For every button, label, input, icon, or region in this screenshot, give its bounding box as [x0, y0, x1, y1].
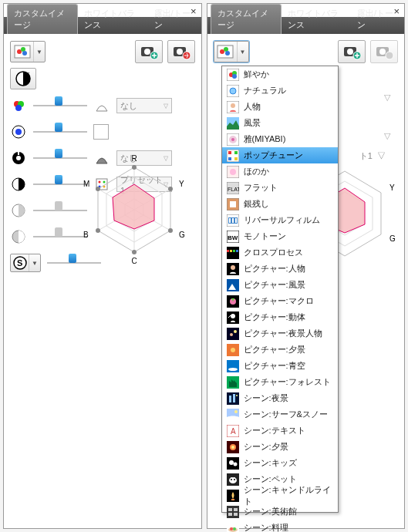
menu-item[interactable]: ピクチャー:風景 — [222, 277, 338, 293]
shadow-icon — [10, 228, 27, 245]
menu-item-icon — [227, 311, 239, 324]
tab-white-balance[interactable]: ホワイトバランス — [282, 5, 351, 34]
menu-item[interactable]: 銀残し — [222, 196, 338, 212]
menu-item-icon — [227, 344, 239, 356]
menu-item[interactable]: クロスプロセス — [222, 244, 338, 261]
menu-item-label: 風景 — [244, 117, 261, 129]
svg-point-144 — [233, 527, 236, 530]
menu-item-label: シーン:夕景 — [244, 441, 288, 453]
menu-item-label: ピクチャー:フォレスト — [244, 376, 331, 388]
svg-point-39 — [168, 187, 173, 191]
tab-custom-image[interactable]: カスタムイメージ — [211, 4, 282, 34]
color-swatch[interactable] — [93, 124, 109, 140]
svg-text:G: G — [389, 234, 396, 243]
svg-point-38 — [132, 165, 137, 170]
menu-item-icon — [227, 198, 239, 210]
menu-item[interactable]: ポップチューン — [222, 147, 338, 163]
chevron-down-icon: ▼ — [238, 42, 248, 62]
menu-item[interactable]: シーン:料理 — [222, 520, 338, 532]
menu-item[interactable]: リバーサルフィルム — [222, 212, 338, 228]
menu-item-icon — [227, 263, 239, 275]
menu-item-label: シーン:美術館 — [244, 506, 297, 517]
menu-item[interactable]: ナチュラル — [222, 82, 338, 99]
menu-item[interactable]: シーン:サーフ&スノー — [222, 406, 338, 423]
radar-chart: R Y G C B M — [79, 154, 191, 266]
panel-right: カスタムイメージ × カスタムイメージ ホワイトバランス 露出/トーン ▼ — [207, 3, 406, 529]
menu-item[interactable]: BWモノトーン — [222, 228, 338, 244]
svg-rect-97 — [227, 250, 229, 252]
copy-from-button[interactable] — [167, 40, 195, 63]
sharpness-dropdown[interactable]: S ▼ — [10, 254, 41, 272]
menu-item[interactable]: シーン:キャンドルライト — [222, 487, 338, 503]
svg-rect-80 — [234, 151, 238, 154]
menu-item-label: シーン:テキスト — [244, 425, 305, 436]
menu-item-label: ポップチューン — [244, 150, 303, 161]
menu-item[interactable]: 鮮やか — [222, 66, 338, 82]
svg-point-14 — [15, 105, 22, 111]
svg-point-109 — [234, 330, 237, 333]
svg-rect-88 — [230, 201, 236, 207]
tab-exposure-tone[interactable]: 露出/トーン — [351, 5, 401, 34]
menu-item[interactable]: ピクチャー:フォレスト — [222, 374, 338, 390]
image-style-dropdown[interactable]: ▼ — [10, 41, 46, 62]
menu-item-icon — [227, 506, 239, 518]
image-style-dropdown-open[interactable]: ▼ — [214, 41, 249, 62]
contrast-combo[interactable]: なし▽ — [116, 98, 172, 113]
hue-slider[interactable] — [33, 126, 87, 137]
menu-item[interactable]: FLATフラット — [222, 180, 338, 196]
hue-icon — [10, 123, 27, 140]
svg-rect-79 — [228, 151, 231, 154]
menu-item[interactable]: ピクチャー:夕景 — [222, 342, 338, 358]
menu-item-icon — [227, 376, 239, 389]
svg-point-73 — [231, 103, 235, 108]
svg-text:M: M — [83, 180, 89, 188]
menu-item-icon — [227, 490, 239, 502]
copy-camera-icon — [139, 43, 159, 60]
menu-item-icon — [227, 133, 239, 146]
svg-point-121 — [234, 410, 238, 413]
image-style-menu[interactable]: 鮮やかナチュラル人物風景雅(MIYABI)ポップチューンほのかFLATフラット銀… — [221, 66, 339, 513]
menu-item[interactable]: ピクチャー:人物 — [222, 261, 338, 277]
saturation-icon — [10, 97, 27, 114]
menu-item-icon — [227, 85, 239, 97]
menu-item[interactable]: Aシーン:テキスト — [222, 423, 338, 439]
svg-rect-100 — [236, 250, 238, 252]
svg-point-42 — [96, 228, 100, 233]
palette-icon — [217, 45, 234, 59]
tab-custom-image[interactable]: カスタムイメージ — [7, 4, 78, 34]
contrast-shape-icon — [93, 97, 110, 114]
menu-item[interactable]: シーン:キッズ — [222, 455, 338, 471]
half-circle-icon: E — [15, 70, 32, 87]
menu-item-icon — [227, 214, 239, 227]
svg-text:FLAT: FLAT — [228, 187, 239, 192]
copy-to-button[interactable] — [338, 40, 366, 63]
menu-item[interactable]: 風景 — [222, 115, 338, 131]
svg-text:B: B — [83, 231, 89, 239]
menu-item[interactable]: ピクチャー:夜景人物 — [222, 325, 338, 342]
tab-exposure-tone[interactable]: 露出/トーン — [148, 5, 198, 34]
menu-item[interactable]: ピクチャー:動体 — [222, 309, 338, 325]
menu-item[interactable]: シーン:夜景 — [222, 390, 338, 406]
menu-item[interactable]: ほのか — [222, 163, 338, 180]
chevron-down-icon: ▼ — [34, 42, 45, 62]
menu-item[interactable]: 雅(MIYABI) — [222, 131, 338, 147]
menu-item[interactable]: 人物 — [222, 99, 338, 115]
menu-item-label: フラット — [244, 182, 278, 194]
svg-text:S: S — [17, 258, 22, 268]
menu-item-label: モノトーン — [244, 231, 286, 242]
saturation-slider[interactable] — [33, 100, 87, 111]
menu-item[interactable]: ピクチャー:マクロ — [222, 293, 338, 309]
svg-point-71 — [230, 88, 236, 94]
menu-item-label: ピクチャー:青空 — [244, 360, 305, 372]
svg-point-5 — [144, 49, 150, 55]
menu-item-label: シーン:夜景 — [244, 392, 288, 404]
copy-to-button[interactable] — [135, 40, 163, 63]
menu-item[interactable]: ピクチャー:青空 — [222, 358, 338, 374]
tab-white-balance[interactable]: ホワイトバランス — [78, 5, 147, 34]
svg-rect-136 — [227, 506, 239, 518]
contrast-ci-button[interactable]: E — [10, 68, 36, 89]
menu-item[interactable]: シーン:夕景 — [222, 439, 338, 455]
menu-item-icon — [227, 328, 239, 340]
svg-point-3 — [22, 51, 27, 56]
svg-rect-81 — [228, 157, 231, 160]
